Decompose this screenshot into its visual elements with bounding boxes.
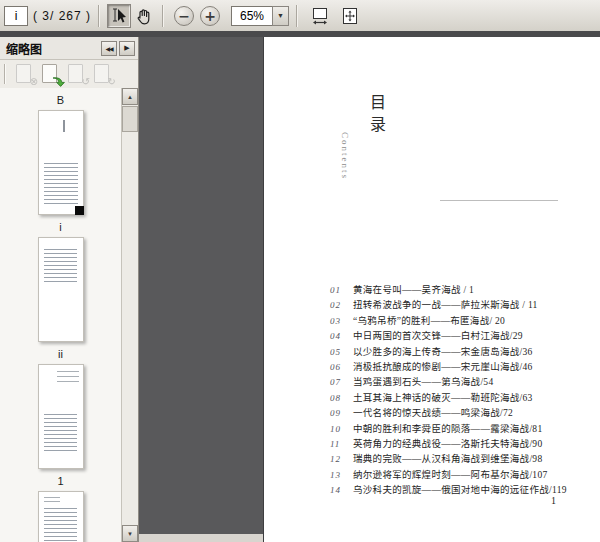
triangle-down-icon: ▼ (127, 531, 133, 537)
page-count-label: ( 3/ 267 ) (33, 9, 91, 23)
toc-entry: 14乌沙科夫的凯旋——俄国对地中海的远征作战/119 (330, 482, 567, 497)
document-viewer-background (139, 37, 263, 542)
toc-entry-title: 瑞典的完败——从汉科角海战到维堡海战/98 (353, 451, 542, 465)
rotate-right-badge-icon: ↻ (108, 77, 116, 87)
panel-title: 缩略图 (6, 40, 99, 57)
triangle-up-icon: ▲ (127, 94, 133, 100)
toc-page-subtitle: Contents (340, 132, 350, 180)
toc-entry-number: 06 (330, 362, 353, 372)
toolbar-separator (4, 64, 6, 84)
toc-entry-title: 中日两国的首次交锋——白村江海战/29 (353, 328, 523, 342)
double-left-arrow-icon: ◀◀ (105, 45, 112, 52)
thumbnail-label: B (0, 94, 121, 107)
panel-next-button[interactable]: ▶ (119, 41, 135, 56)
toc-entry-number: 04 (330, 331, 353, 341)
toc-entry-number: 09 (330, 408, 353, 418)
toc-entry-title: 英荷角力的经典战役——洛斯托夫特海战/90 (353, 436, 542, 450)
toc-entry: 13纳尔逊将军的辉煌时刻——阿布基尔海战/107 (330, 467, 567, 482)
extract-page-button[interactable] (38, 62, 64, 86)
thumbnail-label: ii (0, 348, 121, 361)
thumbnail-item[interactable]: ii (0, 348, 121, 469)
toc-entry: 09一代名将的惊天战绩——鸣梁海战/72 (330, 405, 567, 420)
toc-entry-title: 乌沙科夫的凯旋——俄国对地中海的远征作战/119 (353, 482, 567, 496)
thumbnail-scrollbar: ▲ ▼ (121, 88, 138, 542)
fit-page-button[interactable] (338, 4, 362, 28)
toc-entry-number: 14 (330, 485, 353, 495)
scrollbar-thumb[interactable] (122, 106, 138, 132)
toc-divider-line (440, 200, 558, 201)
toc-entry-number: 10 (330, 424, 353, 434)
toc-entry: 12瑞典的完败——从汉科角海战到维堡海战/98 (330, 451, 567, 466)
toc-entry: 10中朝的胜利和李舜臣的陨落——露梁海战/81 (330, 421, 567, 436)
toc-entry-title: 中朝的胜利和李舜臣的陨落——露梁海战/81 (353, 421, 542, 435)
hand-pan-icon (133, 6, 153, 26)
thumbnail-page-preview[interactable] (38, 491, 84, 542)
delete-badge-icon: ⊗ (30, 77, 38, 87)
fit-width-icon (310, 6, 330, 26)
thumbnail-panel: 缩略图 ◀◀ ▶ ⊗ ↺ ↻ Biii1 (0, 37, 139, 542)
fit-width-button[interactable] (308, 4, 332, 28)
toc-entry: 07当鸡蛋遇到石头——第乌海战/54 (330, 374, 567, 389)
fit-page-icon (340, 6, 360, 26)
current-page-indicator (75, 206, 84, 215)
toc-entry-number: 02 (330, 300, 353, 310)
toc-entry: 08土耳其海上神话的破灭——勒班陀海战/63 (330, 390, 567, 405)
toc-entry-number: 08 (330, 393, 353, 403)
toc-entry: 02扭转希波战争的一战——萨拉米斯海战 / 11 (330, 297, 567, 312)
toc-entry-number: 03 (330, 316, 353, 326)
toc-entry: 11英荷角力的经典战役——洛斯托夫特海战/90 (330, 436, 567, 451)
toc-entry-title: 消极抵抗酿成的惨剧——宋元崖山海战/46 (353, 359, 533, 373)
zoom-out-button[interactable]: − (174, 6, 194, 26)
right-arrow-icon: ▶ (124, 44, 129, 52)
main-toolbar: ( 3/ 267 ) − + ▼ (0, 0, 600, 31)
toc-entry-title: 扭转希波战争的一战——萨拉米斯海战 / 11 (353, 297, 538, 311)
toc-entry-number: 12 (330, 454, 353, 464)
toc-entry-number: 01 (330, 285, 353, 295)
rotate-left-badge-icon: ↺ (82, 77, 90, 87)
toc-entry-title: 纳尔逊将军的辉煌时刻——阿布基尔海战/107 (353, 467, 548, 481)
toc-entry-number: 11 (330, 439, 353, 449)
zoom-dropdown-button[interactable]: ▼ (272, 6, 289, 26)
thumbnail-label: 1 (0, 475, 121, 488)
toolbar-separator (296, 5, 298, 27)
thumbnail-page-preview[interactable] (38, 110, 84, 215)
scroll-down-button[interactable]: ▼ (122, 525, 138, 542)
rotate-left-button[interactable]: ↺ (64, 62, 90, 86)
document-page-number: 1 (551, 495, 556, 506)
thumbnail-list: Biii1 (0, 88, 121, 542)
thumbnail-page-preview[interactable] (38, 364, 84, 469)
collapse-panel-button[interactable]: ◀◀ (101, 41, 117, 56)
toc-entry-title: “乌鸦吊桥”的胜利——布匿海战/ 20 (353, 313, 505, 327)
thumbnail-panel-header: 缩略图 ◀◀ ▶ (0, 37, 138, 60)
hand-tool-button[interactable] (131, 4, 155, 28)
toc-entry-title: 土耳其海上神话的破灭——勒班陀海战/63 (353, 390, 533, 404)
document-page: 目录 Contents 01黄海在号叫——吴齐海战 / 102扭转希波战争的一战… (263, 37, 600, 542)
viewer-bottom-edge (139, 534, 263, 542)
zoom-level-input[interactable] (231, 6, 272, 26)
rotate-right-button[interactable]: ↻ (90, 62, 116, 86)
chevron-down-icon: ▼ (277, 12, 284, 19)
select-cursor-icon (110, 7, 128, 25)
thumbnail-item[interactable]: B (0, 94, 121, 215)
page-number-input[interactable] (4, 6, 28, 26)
toc-entry: 01黄海在号叫——吴齐海战 / 1 (330, 282, 567, 297)
select-tool-button[interactable] (107, 4, 131, 28)
thumbnail-page-preview[interactable] (38, 237, 84, 342)
zoom-in-button[interactable]: + (200, 6, 220, 26)
toc-entry-title: 黄海在号叫——吴齐海战 / 1 (353, 282, 474, 296)
delete-page-button[interactable]: ⊗ (12, 62, 38, 86)
thumbnail-toolbar: ⊗ ↺ ↻ (0, 60, 138, 89)
toc-entry-title: 一代名将的惊天战绩——鸣梁海战/72 (353, 405, 513, 419)
toc-entry-number: 05 (330, 347, 353, 357)
toc-entry: 03“乌鸦吊桥”的胜利——布匿海战/ 20 (330, 313, 567, 328)
thumbnail-item[interactable]: 1 (0, 475, 121, 542)
toc-entry: 06消极抵抗酿成的惨剧——宋元崖山海战/46 (330, 359, 567, 374)
toc-entry: 04中日两国的首次交锋——白村江海战/29 (330, 328, 567, 343)
toc-entry-title: 当鸡蛋遇到石头——第乌海战/54 (353, 374, 493, 388)
toc-list: 01黄海在号叫——吴齐海战 / 102扭转希波战争的一战——萨拉米斯海战 / 1… (330, 282, 567, 497)
thumbnail-label: i (0, 221, 121, 234)
toc-entry-number: 07 (330, 377, 353, 387)
toc-entry-title: 以少胜多的海上传奇——宋金唐岛海战/36 (353, 344, 533, 358)
thumbnail-item[interactable]: i (0, 221, 121, 342)
scroll-up-button[interactable]: ▲ (122, 88, 138, 105)
